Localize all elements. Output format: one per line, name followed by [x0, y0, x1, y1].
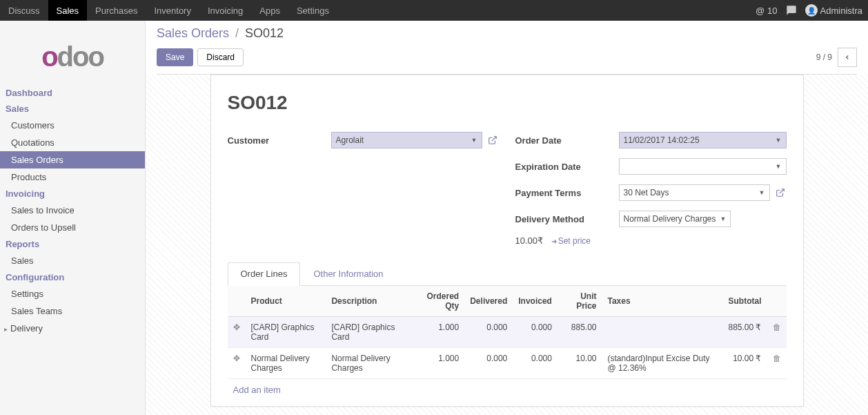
nav-settings[interactable]: Settings — [288, 0, 337, 21]
form-sheet: SO012 Customer Agrolait ▼ — [210, 75, 804, 407]
cell-description[interactable]: [CARD] Graphics Card — [326, 317, 411, 348]
nav-discuss[interactable]: Discuss — [0, 0, 48, 21]
sidebar-item[interactable]: Products — [0, 168, 145, 186]
chat-icon[interactable] — [786, 5, 797, 16]
sidebar-section-title[interactable]: Reports — [0, 236, 145, 252]
discard-button[interactable]: Discard — [197, 48, 244, 66]
sidebar-item[interactable]: Orders to Upsell — [0, 219, 145, 236]
col-product: Product — [246, 286, 326, 317]
chevron-down-icon: ▼ — [471, 137, 477, 144]
cell-product[interactable]: Normal Delivery Charges — [246, 348, 326, 379]
sidebar-section-title[interactable]: Sales — [0, 101, 145, 117]
at-icon: @ — [756, 6, 765, 16]
payment-terms-select[interactable]: 30 Net Days ▼ — [619, 184, 770, 201]
table-row[interactable]: ✥Normal Delivery ChargesNormal Delivery … — [228, 348, 787, 379]
cell-delivered[interactable]: 0.000 — [464, 317, 513, 348]
sidebar-item[interactable]: Quotations — [0, 134, 145, 151]
cell-unit-price[interactable]: 885.00 — [558, 317, 602, 348]
order-date-input[interactable]: 11/02/2017 14:02:25 ▼ — [619, 132, 787, 148]
nav-invoicing[interactable]: Invoicing — [199, 0, 251, 21]
delivery-method-value: Normal Delivery Charges — [624, 214, 716, 224]
table-row[interactable]: ✥[CARD] Graphics Card[CARD] Graphics Car… — [228, 317, 787, 348]
cell-description[interactable]: Normal Delivery Charges — [326, 348, 411, 379]
save-button[interactable]: Save — [157, 48, 193, 66]
avatar: 👤 — [805, 4, 818, 17]
order-date-value: 11/02/2017 14:02:25 — [624, 135, 700, 145]
cell-delivered[interactable]: 0.000 — [464, 348, 513, 379]
cell-taxes[interactable]: (standard)Input Excise Duty @ 12.36% — [602, 348, 722, 379]
expiration-input[interactable]: ▼ — [619, 158, 787, 175]
record-title: SO012 — [228, 92, 787, 114]
content-area: Sales Orders / SO012 Save Discard 9 / 9 … — [146, 21, 868, 415]
delivery-price: 10.00₹ — [515, 235, 544, 246]
customer-select[interactable]: Agrolait ▼ — [331, 132, 482, 148]
delivery-method-label: Delivery Method — [515, 214, 619, 224]
tab-order-lines[interactable]: Order Lines — [228, 262, 301, 286]
external-link-icon[interactable] — [774, 186, 787, 199]
sidebar-item[interactable]: Sales Teams — [0, 302, 145, 320]
order-lines-table: Product Description Ordered Qty Delivere… — [228, 286, 787, 379]
user-name: Administra — [820, 6, 862, 16]
nav-purchases[interactable]: Purchases — [87, 0, 146, 21]
pager-text: 9 / 9 — [816, 52, 832, 62]
pager-prev[interactable] — [838, 48, 857, 67]
col-invoiced: Invoiced — [513, 286, 558, 317]
add-item-link[interactable]: Add an item — [228, 379, 787, 400]
sidebar-section-title[interactable]: Configuration — [0, 269, 145, 285]
user-menu[interactable]: 👤 Administra — [805, 4, 862, 17]
sidebar-item[interactable]: Sales — [0, 252, 145, 269]
chevron-down-icon: ▼ — [776, 163, 782, 170]
sidebar: odoo DashboardSalesCustomersQuotationsSa… — [0, 21, 146, 415]
col-subtotal: Subtotal — [722, 286, 767, 317]
trash-icon[interactable]: 🗑 — [767, 348, 787, 379]
chevron-down-icon: ▼ — [776, 137, 782, 144]
breadcrumb: Sales Orders / SO012 — [157, 26, 857, 41]
nav-sales[interactable]: Sales — [48, 0, 88, 21]
inbox-count: 10 — [767, 6, 777, 16]
logo: odoo — [41, 41, 103, 73]
breadcrumb-current: SO012 — [245, 26, 284, 40]
cell-ordered-qty[interactable]: 1.000 — [411, 348, 464, 379]
sidebar-section-title[interactable]: Invoicing — [0, 186, 145, 202]
chevron-left-icon — [844, 54, 851, 61]
delivery-method-select[interactable]: Normal Delivery Charges ▼ — [619, 211, 731, 227]
cell-taxes[interactable] — [602, 317, 722, 348]
sidebar-item[interactable]: Delivery — [0, 320, 145, 337]
sidebar-item[interactable]: Settings — [0, 285, 145, 302]
cell-subtotal: 10.00 ₹ — [722, 348, 767, 379]
col-unit-price: Unit Price — [558, 286, 602, 317]
drag-handle-icon[interactable]: ✥ — [228, 348, 246, 379]
sidebar-item[interactable]: Sales Orders — [0, 151, 145, 168]
cell-subtotal: 885.00 ₹ — [722, 317, 767, 348]
customer-label: Customer — [228, 135, 331, 146]
col-taxes: Taxes — [602, 286, 722, 317]
expiration-label: Expiration Date — [515, 162, 619, 172]
breadcrumb-parent[interactable]: Sales Orders — [157, 26, 229, 40]
drag-handle-icon[interactable]: ✥ — [228, 317, 246, 348]
cell-unit-price[interactable]: 10.00 — [558, 348, 602, 379]
trash-icon[interactable]: 🗑 — [767, 317, 787, 348]
chevron-down-icon: ▼ — [720, 215, 727, 222]
chevron-down-icon: ▼ — [759, 189, 765, 196]
sidebar-item[interactable]: Sales to Invoice — [0, 202, 145, 219]
set-price-link[interactable]: Set price — [551, 236, 591, 246]
top-navbar: Discuss Sales Purchases Inventory Invoic… — [0, 0, 868, 21]
inbox-indicator[interactable]: @ 10 — [756, 6, 778, 16]
cell-product[interactable]: [CARD] Graphics Card — [246, 317, 326, 348]
sidebar-section-title[interactable]: Dashboard — [0, 85, 145, 101]
external-link-icon[interactable] — [486, 134, 499, 146]
order-date-label: Order Date — [515, 135, 619, 146]
cell-invoiced[interactable]: 0.000 — [513, 348, 558, 379]
tabs: Order Lines Other Information — [228, 262, 787, 286]
tab-other-info[interactable]: Other Information — [300, 262, 396, 285]
payment-terms-value: 30 Net Days — [624, 188, 669, 197]
col-description: Description — [326, 286, 411, 317]
cell-invoiced[interactable]: 0.000 — [513, 317, 558, 348]
sidebar-item[interactable]: Customers — [0, 117, 145, 134]
nav-inventory[interactable]: Inventory — [146, 0, 199, 21]
cell-ordered-qty[interactable]: 1.000 — [411, 317, 464, 348]
nav-apps[interactable]: Apps — [251, 0, 288, 21]
col-ordered-qty: Ordered Qty — [411, 286, 464, 317]
payment-terms-label: Payment Terms — [515, 188, 619, 198]
customer-value: Agrolait — [336, 135, 364, 145]
